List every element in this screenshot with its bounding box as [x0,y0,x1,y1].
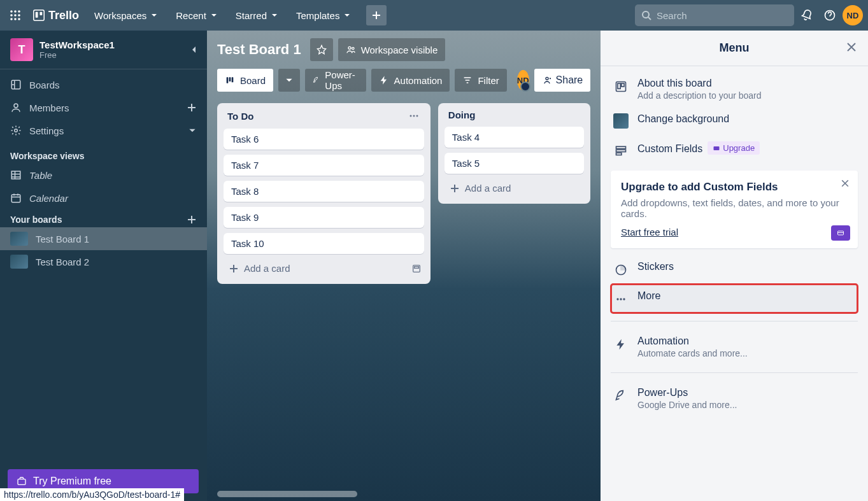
promo-trial-link[interactable]: Start free trial [621,227,678,237]
menu-divider [611,321,858,321]
menu-more[interactable]: More [611,284,858,313]
svg-point-16 [15,129,18,132]
card[interactable]: Task 8 [224,181,424,202]
nav-recent[interactable]: Recent [168,6,225,25]
menu-close-button[interactable] [845,41,858,53]
powerups-button[interactable]: Power-Ups [305,69,366,92]
promo-close-button[interactable] [840,178,850,188]
svg-point-5 [18,14,20,17]
workspace-name: TestWorkspace1 [39,39,183,50]
menu-about-board[interactable]: About this boardAdd a description to you… [611,71,858,107]
svg-point-4 [14,14,17,17]
briefcase-icon [17,476,27,486]
menu-powerups[interactable]: Power-UpsGoogle Drive and more... [611,381,858,416]
svg-point-15 [14,104,18,108]
plus-icon [187,215,197,225]
svg-rect-32 [618,83,620,88]
card[interactable]: Task 7 [224,155,424,176]
svg-rect-17 [11,171,20,179]
menu-change-background[interactable]: Change background [611,107,858,135]
svg-rect-18 [11,195,20,202]
svg-point-40 [616,298,618,300]
status-bar-url: https://trello.com/b/yAu3QGoD/test-board… [0,488,184,501]
sidebar-collapse-button[interactable] [189,45,199,55]
rocket-icon [313,75,320,85]
menu-custom-fields[interactable]: Custom FieldsUpgrade [611,135,858,164]
svg-rect-24 [232,77,234,82]
svg-rect-9 [34,10,45,21]
card[interactable]: Task 9 [224,207,424,228]
menu-automation[interactable]: AutomationAutomate cards and more... [611,329,858,365]
list-title[interactable]: To Do [227,111,253,122]
plus-icon [450,183,460,194]
card-template-button[interactable] [409,261,424,276]
sidebar-view-table[interactable]: Table [0,164,207,187]
workspace-plan: Free [39,50,183,60]
global-header: Trello Workspaces Recent Starred Templat… [0,0,868,31]
apps-menu-icon[interactable] [5,5,25,25]
visibility-button[interactable]: Workspace visible [338,38,446,61]
svg-rect-35 [616,150,626,152]
card[interactable]: Task 10 [224,233,424,254]
board-member-avatar[interactable]: ND [517,70,529,90]
settings-expand[interactable] [188,126,197,135]
star-board-button[interactable] [310,38,333,61]
fields-icon [613,143,629,158]
share-button[interactable]: Share [534,69,591,92]
upgrade-pill[interactable]: Upgrade [708,141,760,155]
trello-logo[interactable]: Trello [28,9,84,22]
chevron-down-icon [343,11,351,19]
view-switcher-button[interactable] [278,69,300,92]
add-card-button[interactable]: Add a card [445,179,516,197]
notifications-icon[interactable] [797,5,817,25]
sidebar-item-members[interactable]: Members [0,96,207,119]
list-menu-button[interactable] [408,109,420,122]
svg-point-27 [413,115,415,117]
card-icon [713,145,720,152]
sidebar-board-item[interactable]: Test Board 1 [0,227,207,250]
add-card-button[interactable]: Add a card [224,259,295,278]
search-input[interactable] [657,10,788,21]
sidebar-item-settings[interactable]: Settings [0,119,207,142]
automation-button[interactable]: Automation [371,69,450,92]
board-title[interactable]: Test Board 1 [217,41,301,58]
user-avatar[interactable]: ND [843,5,863,25]
svg-point-8 [18,18,20,20]
card[interactable]: Task 5 [445,153,584,174]
nav-templates[interactable]: Templates [288,6,359,25]
board-view-button[interactable]: Board [217,69,273,92]
list-title[interactable]: Doing [448,109,476,120]
star-icon [317,45,327,55]
help-icon[interactable] [820,5,840,25]
add-board-button[interactable] [187,215,197,225]
create-button[interactable] [366,5,387,25]
workspace-sidebar: T TestWorkspace1 Free Boards Members Set… [0,31,207,501]
search-box[interactable] [635,4,794,26]
custom-fields-promo: Upgrade to add Custom Fields Add dropdow… [611,171,858,248]
nav-starred[interactable]: Starred [228,6,286,25]
sticker-icon [613,262,629,278]
plus-icon [187,102,197,113]
workspace-logo: T [10,38,33,61]
filter-button[interactable]: Filter [455,69,506,92]
sidebar-item-boards[interactable]: Boards [0,73,207,96]
svg-point-2 [18,10,20,13]
svg-point-42 [623,298,625,300]
board-menu-panel: Menu About this boardAdd a description t… [601,31,868,501]
svg-point-3 [10,14,13,17]
menu-stickers[interactable]: Stickers [611,255,858,284]
card[interactable]: Task 4 [445,127,584,148]
svg-rect-22 [227,77,229,83]
horizontal-scrollbar[interactable] [217,491,357,497]
search-icon [641,10,651,20]
sidebar-view-calendar[interactable]: Calendar [0,187,207,209]
card[interactable]: Task 6 [224,129,424,150]
people-icon [346,45,356,55]
chevron-left-icon [189,45,199,55]
svg-point-26 [409,115,411,117]
chevron-down-icon [210,11,218,19]
sidebar-board-item[interactable]: Test Board 2 [0,250,207,273]
board-icon [613,79,629,94]
add-member-button[interactable] [187,102,197,113]
nav-workspaces[interactable]: Workspaces [87,6,166,25]
